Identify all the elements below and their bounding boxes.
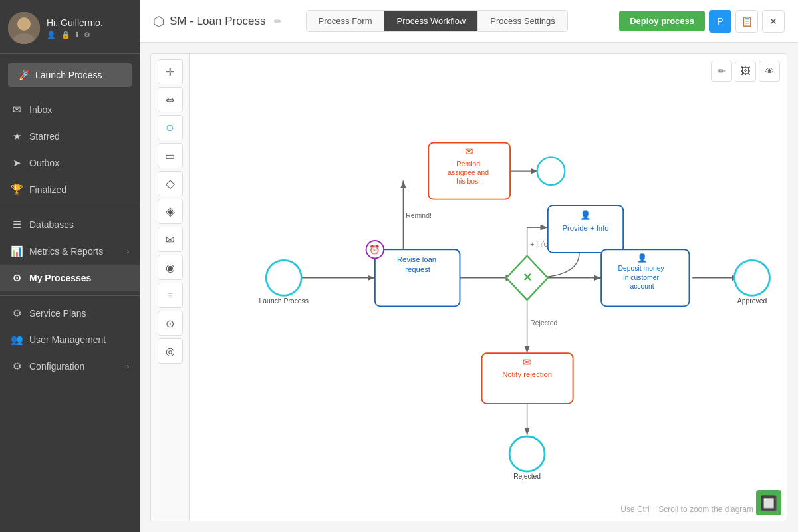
person-icon[interactable]: 👤	[47, 31, 56, 39]
sidebar-item-service-plans[interactable]: ⚙ Service Plans	[0, 300, 140, 327]
rocket-icon: 🚀	[19, 70, 30, 80]
lock-icon[interactable]: 🔒	[61, 31, 70, 39]
header: ⬡ SM - Loan Process ✏ Process Form Proce…	[140, 0, 798, 43]
launch-process-button[interactable]: 🚀 Launch Process	[8, 63, 132, 87]
svg-text:Rejected: Rejected	[513, 473, 541, 480]
outbox-icon: ➤	[11, 157, 23, 169]
metrics-arrow-icon: ›	[126, 247, 129, 255]
sidebar-item-starred[interactable]: ★ Starred	[0, 123, 140, 150]
user-greeting: Hi, Guillermo.	[47, 17, 103, 28]
toolbox: ✛ ⇔ ○ ▭ ◇ ◈ ✉ ◉ ≡ ⊙ ◎	[151, 54, 190, 521]
diagram-canvas[interactable]: ✏ 🖼 👁 Remind!	[190, 54, 787, 521]
main-content: ⬡ SM - Loan Process ✏ Process Form Proce…	[140, 0, 798, 532]
user-area: Hi, Guillermo. 👤 🔒 ℹ ⚙	[0, 0, 140, 54]
sidebar-item-finalized[interactable]: 🏆 Finalized	[0, 176, 140, 203]
svg-text:Launch Process: Launch Process	[259, 297, 309, 305]
sidebar-item-outbox[interactable]: ➤ Outbox	[0, 150, 140, 176]
star-icon: ★	[11, 130, 23, 142]
svg-text:✉: ✉	[465, 146, 473, 157]
approved-end-event-node[interactable]	[735, 260, 770, 295]
svg-text:Approved: Approved	[737, 297, 767, 305]
sidebar-item-configuration[interactable]: ⚙ Configuration ›	[0, 353, 140, 380]
canvas-hint: Use Ctrl + Scroll to zoom the diagram	[620, 505, 753, 514]
process-cube-icon: ⬡	[153, 13, 164, 29]
svg-text:⏰: ⏰	[369, 244, 380, 255]
svg-text:🔲: 🔲	[760, 495, 778, 512]
edit-process-name-icon[interactable]: ✏	[274, 16, 282, 27]
tab-process-workflow[interactable]: Process Workflow	[384, 11, 478, 31]
rejected-end-event-node[interactable]	[509, 436, 545, 471]
email-tool[interactable]: ✉	[158, 227, 183, 252]
info-icon[interactable]: ℹ	[76, 31, 78, 39]
eye-canvas-icon[interactable]: 👁	[759, 61, 780, 82]
connect-tool[interactable]: ⇔	[158, 87, 183, 112]
sidebar-item-metrics[interactable]: 📊 Metrics & Reports ›	[0, 238, 140, 265]
chart-icon: 📊	[11, 245, 23, 257]
svg-text:+ Info: + Info	[530, 241, 547, 248]
svg-point-1	[17, 17, 31, 31]
workflow-container: ✛ ⇔ ○ ▭ ◇ ◈ ✉ ◉ ≡ ⊙ ◎ ✏ 🖼 👁	[150, 53, 787, 521]
workflow-diagram: Remind! + Info Rejected	[190, 54, 787, 521]
tab-group: Process Form Process Workflow Process Se…	[306, 10, 568, 32]
svg-text:Provide + Info: Provide + Info	[562, 224, 608, 232]
copy-icon-button[interactable]: 📋	[735, 10, 758, 33]
start-event-node[interactable]	[266, 260, 301, 295]
user-icon-row: 👤 🔒 ℹ ⚙	[47, 31, 103, 39]
nav-divider	[0, 207, 140, 207]
close-icon-button[interactable]: ✕	[762, 10, 785, 33]
tab-process-form[interactable]: Process Form	[307, 11, 385, 31]
inbox-icon: ✉	[11, 104, 23, 116]
remind-end-event-node[interactable]	[537, 157, 565, 185]
config-icon: ⚙	[11, 360, 23, 372]
diagram-logo: 🔲	[756, 490, 781, 515]
gateway-tool[interactable]: ◇	[158, 171, 183, 196]
gateway2-tool[interactable]: ◈	[158, 199, 183, 224]
canvas-tools: ✏ 🖼 👁	[711, 61, 780, 82]
process-title: ⬡ SM - Loan Process ✏	[153, 13, 282, 29]
users-icon: 👥	[11, 334, 23, 346]
svg-text:✕: ✕	[523, 271, 532, 284]
svg-text:Remind!: Remind!	[406, 212, 432, 219]
p-icon-button[interactable]: P	[709, 10, 732, 33]
config-arrow-icon: ›	[126, 362, 129, 370]
database-icon: ☰	[11, 219, 23, 231]
avatar	[8, 12, 40, 44]
end-tool[interactable]: ◎	[158, 338, 183, 364]
edit-canvas-icon[interactable]: ✏	[711, 61, 732, 82]
sidebar-item-user-management[interactable]: 👥 User Management	[0, 327, 140, 353]
pointer-tool[interactable]: ✛	[158, 59, 183, 84]
svg-text:👤: 👤	[637, 253, 648, 263]
nav-divider-2	[0, 295, 140, 296]
sidebar-item-inbox[interactable]: ✉ Inbox	[0, 96, 140, 123]
svg-text:👤: 👤	[580, 209, 591, 221]
task-tool[interactable]: ▭	[158, 143, 183, 168]
service-icon: ⚙	[11, 307, 23, 319]
header-actions: Deploy process P 📋 ✕	[619, 10, 785, 33]
process-name-label: SM - Loan Process	[170, 15, 266, 28]
svg-text:Notify rejection: Notify rejection	[502, 370, 552, 378]
sidebar-item-my-processes[interactable]: ⊙ My Processes	[0, 265, 140, 291]
event-tool[interactable]: ◉	[158, 255, 183, 280]
trophy-icon: 🏆	[11, 184, 23, 196]
image-canvas-icon[interactable]: 🖼	[735, 61, 756, 82]
deploy-process-button[interactable]: Deploy process	[619, 11, 705, 31]
processes-icon: ⊙	[11, 272, 23, 284]
timer-tool[interactable]: ⊙	[158, 311, 183, 336]
svg-text:✉: ✉	[523, 356, 531, 368]
svg-text:Rejected: Rejected	[530, 319, 557, 327]
list-tool[interactable]: ≡	[158, 283, 183, 308]
circle-tool[interactable]: ○	[158, 115, 183, 140]
gear-icon[interactable]: ⚙	[84, 31, 90, 39]
tab-process-settings[interactable]: Process Settings	[478, 11, 567, 31]
sidebar-item-databases[interactable]: ☰ Databases	[0, 211, 140, 238]
sidebar: Hi, Guillermo. 👤 🔒 ℹ ⚙ 🚀 Launch Process …	[0, 0, 140, 532]
